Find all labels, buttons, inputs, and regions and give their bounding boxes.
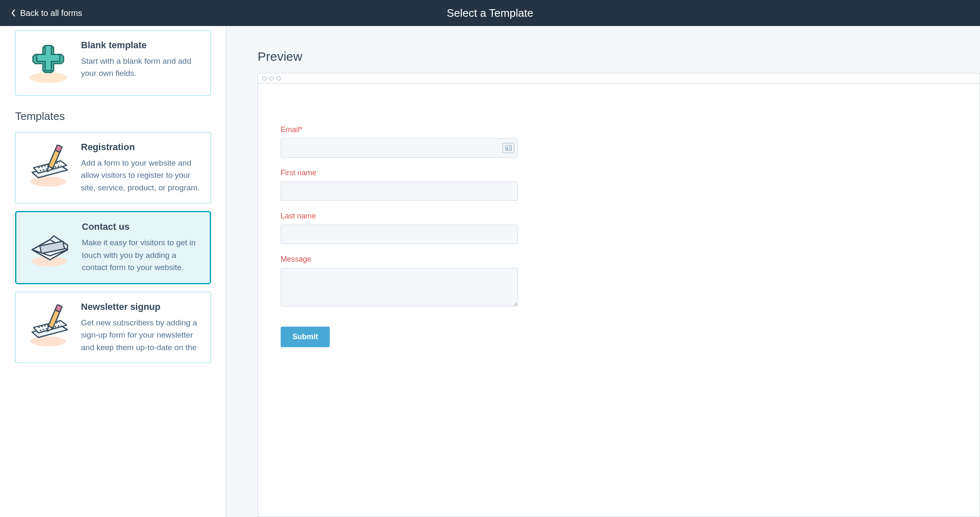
contact-card-icon[interactable] [503,143,514,153]
page-title: Select a Template [447,7,533,20]
form-field-last-name: Last name [281,212,957,244]
svg-point-16 [31,336,66,346]
svg-marker-2 [37,46,60,71]
svg-point-0 [30,72,67,83]
message-label: Message [281,255,957,264]
svg-point-25 [506,147,508,148]
template-card-newsletter[interactable]: Newsletter signup Get new subscribers by… [15,292,211,363]
form-field-first-name: First name [281,169,957,201]
svg-marker-23 [55,304,63,312]
contact-us-desc: Make it easy for visitors to get in touc… [82,236,201,273]
blank-template-title: Blank template [81,40,201,51]
first-name-label: First name [281,169,957,177]
svg-point-3 [31,177,66,187]
message-textarea[interactable] [281,268,518,307]
form-field-email: Email* [281,125,957,158]
email-input[interactable] [281,138,518,158]
svg-marker-10 [55,145,63,152]
preview-form: Email* First name Last name [258,83,980,517]
back-label: Back to all forms [20,8,82,18]
template-card-blank[interactable]: Blank template Start with a blank form a… [15,30,211,96]
window-dot-icon [269,76,274,81]
blank-template-desc: Start with a blank form and add your own… [81,55,201,80]
chevron-left-icon [11,9,16,17]
registration-title: Registration [81,142,201,153]
template-card-registration[interactable]: Registration Add a form to your website … [15,132,211,203]
last-name-label: Last name [281,212,957,221]
registration-desc: Add a form to your website and allow vis… [81,157,201,194]
newsletter-title: Newsletter signup [81,301,201,312]
window-dot-icon [276,76,281,81]
form-field-message: Message [281,255,957,308]
templates-section-header: Templates [15,110,211,123]
preview-heading: Preview [258,49,980,64]
form-pencil-icon [23,142,73,194]
newsletter-desc: Get new subscribers by adding a sign-up … [81,317,201,353]
template-card-contact-us[interactable]: Contact us Make it easy for visitors to … [15,211,211,284]
first-name-input[interactable] [281,182,518,201]
email-label: Email* [281,125,957,134]
page-header: Back to all forms Select a Template [0,0,980,26]
last-name-input[interactable] [281,225,518,244]
envelope-icon [24,221,74,273]
window-dot-icon [262,76,266,81]
back-to-forms-link[interactable]: Back to all forms [11,8,82,18]
form-pencil-icon [23,301,73,353]
preview-frame: Email* First name Last name [258,73,980,517]
plus-3d-icon [23,40,73,86]
preview-panel: Preview Email* First n [227,26,980,517]
submit-button[interactable]: Submit [281,327,330,347]
preview-window-chrome [258,73,980,83]
template-sidebar: Blank template Start with a blank form a… [0,26,227,517]
contact-us-title: Contact us [82,221,201,232]
